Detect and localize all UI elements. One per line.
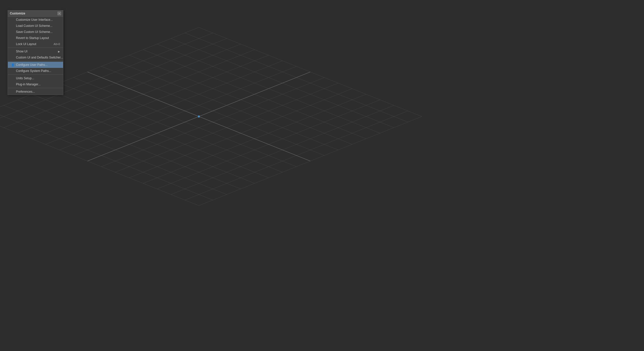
preferences-label: Preferences... [16, 90, 60, 93]
menu-separator [8, 88, 63, 88]
show-ui-arrow-icon: ▶ [58, 50, 60, 53]
custom-ui-switcher-label: Custom UI and Defaults Switcher... [16, 56, 63, 59]
menu-separator [8, 61, 63, 61]
show-ui-label: Show UI [16, 50, 58, 53]
configure-user-paths-label: Configure User Paths... [16, 63, 60, 67]
menu-separator [8, 74, 63, 75]
menu-item-plugin-manager[interactable]: Plug-in Manager... [8, 81, 63, 87]
menu-title: Customize [10, 12, 25, 15]
revert-startup-label: Revert to Startup Layout [16, 36, 60, 40]
menu-title-bar: Customize × [8, 10, 63, 17]
lock-ui-layout-label: Lock UI Layout [16, 42, 49, 46]
save-custom-ui-label: Save Custom UI Scheme... [16, 30, 60, 34]
menu-item-preferences[interactable]: Preferences... [8, 89, 63, 95]
customize-ui-label: Customize User Interface... [16, 18, 60, 22]
lock-ui-layout-shortcut: Alt+0 [54, 43, 60, 46]
menu-items-list: Customize User Interface...Load Custom U… [8, 17, 63, 95]
close-icon: × [59, 12, 60, 15]
menu-item-custom-ui-switcher[interactable]: Custom UI and Defaults Switcher... [8, 54, 63, 61]
menu-item-load-custom-ui[interactable]: Load Custom UI Scheme... [8, 23, 63, 29]
menu-item-lock-ui-layout[interactable]: Lock UI LayoutAlt+0 [8, 41, 63, 47]
menu-item-units-setup[interactable]: Units Setup... [8, 75, 63, 81]
menu-item-show-ui[interactable]: Show UI▶ [8, 48, 63, 54]
menu-item-configure-user-paths[interactable]: 👤Configure User Paths... [8, 62, 63, 68]
menu-separator [8, 48, 63, 48]
grid-canvas [0, 0, 644, 351]
configure-system-paths-label: Configure System Paths... [16, 69, 60, 73]
units-setup-label: Units Setup... [16, 76, 60, 80]
customize-menu: Customize × Customize User Interface...L… [8, 10, 63, 95]
load-custom-ui-label: Load Custom UI Scheme... [16, 24, 60, 28]
configure-user-paths-icon: 👤 [11, 63, 15, 67]
menu-item-customize-ui[interactable]: Customize User Interface... [8, 17, 63, 23]
menu-item-revert-startup[interactable]: Revert to Startup Layout [8, 35, 63, 41]
menu-item-configure-system-paths[interactable]: Configure System Paths... [8, 68, 63, 74]
menu-item-save-custom-ui[interactable]: Save Custom UI Scheme... [8, 29, 63, 35]
menu-close-button[interactable]: × [58, 12, 61, 15]
plugin-manager-label: Plug-in Manager... [16, 83, 60, 86]
